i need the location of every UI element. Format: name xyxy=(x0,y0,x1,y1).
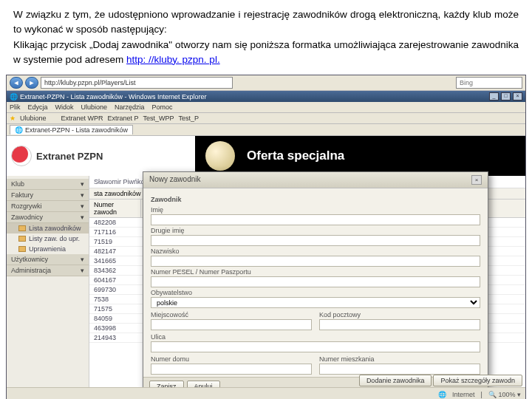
sidebar-item-lista-zawodnikow[interactable]: Lista zawodników xyxy=(7,223,89,233)
input-drugie-imie[interactable] xyxy=(151,235,480,246)
banner: Extranet PZPN Oferta specjalna xyxy=(7,136,525,176)
menu-edycja[interactable]: Edycja xyxy=(28,103,48,111)
input-miejscowosc[interactable] xyxy=(151,319,312,330)
maximize-button[interactable]: □ xyxy=(501,92,511,100)
ie-title-bar: 🌐 Extranet-PZPN - Lista zawodników - Win… xyxy=(7,91,525,102)
ie-menu-bar: Plik Edycja Widok Ulubione Narzędzia Pom… xyxy=(7,102,525,113)
label-nr-mieszkania: Numer mieszkania xyxy=(319,355,480,363)
globe-icon: 🌐 xyxy=(15,126,23,134)
label-miejscowosc: Miejscowość xyxy=(151,311,312,318)
ie-tabs-row: 🌐 Extranet-PZPN - Lista zawodników xyxy=(7,124,525,136)
sidebar: Klub▾ Faktury▾ Rozgrywki▾ Zawodnicy▾ Lis… xyxy=(7,176,89,399)
address-input[interactable] xyxy=(41,77,233,89)
tab-extranet[interactable]: 🌐 Extranet-PZPN - Lista zawodników xyxy=(10,125,133,134)
input-pesel[interactable] xyxy=(151,276,480,287)
main-panel: Sławomir Piwńkosz, GKS BOGDANKA S.A. sta… xyxy=(89,176,525,399)
sidebar-section-administracja[interactable]: Administracja▾ xyxy=(7,265,89,276)
folder-icon xyxy=(18,225,26,231)
label-kod-pocztowy: Kod pocztowy xyxy=(319,311,480,318)
section-zawodnik: Zawodnik xyxy=(151,193,480,205)
ie-favorites-bar: ★ Ulubione Extranet WPR Extranet P Test_… xyxy=(7,113,525,124)
status-internet: Internet xyxy=(452,391,475,398)
minimize-button[interactable]: _ xyxy=(489,92,499,100)
globe-icon: 🌐 xyxy=(438,391,446,398)
ball-icon xyxy=(205,141,235,171)
status-zoom[interactable]: 🔍 100% ▾ xyxy=(488,391,521,398)
input-kod-pocztowy[interactable] xyxy=(319,319,480,330)
show-details-button[interactable]: Pokaż szczegóły zawodn xyxy=(433,375,522,386)
label-nr-domu: Numer domu xyxy=(151,355,312,363)
grid-toolbar: Dodanie zawodnika Pokaż szczegóły zawodn xyxy=(359,375,522,386)
folder-icon xyxy=(18,236,26,242)
ie-window: ◄ ► 🌐 Extranet-PZPN - Lista zawodników -… xyxy=(6,75,526,399)
modal-title-bar: Nowy zawodnik × xyxy=(143,172,488,188)
sidebar-section-faktury[interactable]: Faktury▾ xyxy=(7,190,89,201)
link-kluby-pzpn[interactable]: http: //kluby. pzpn. pl. xyxy=(126,54,220,65)
label-obywatelstwo: Obywatelstwo xyxy=(151,289,480,296)
label-pesel: Numer PESEL / Numer Paszportu xyxy=(151,268,480,276)
new-player-modal: Nowy zawodnik × Zawodnik Imię Drugie imi… xyxy=(143,171,488,396)
input-ulica[interactable] xyxy=(151,341,480,352)
input-imie[interactable] xyxy=(151,214,480,225)
page-content: Extranet PZPN Oferta specjalna Klub▾ Fak… xyxy=(7,136,525,399)
search-input[interactable] xyxy=(456,77,522,89)
back-button[interactable]: ◄ xyxy=(10,77,23,89)
brand-title: Extranet PZPN xyxy=(36,151,103,162)
fav-test-p[interactable]: Test_P xyxy=(179,115,200,122)
close-window-button[interactable]: × xyxy=(513,92,522,100)
menu-ulubione[interactable]: Ulubione xyxy=(81,103,108,111)
folder-icon xyxy=(18,246,26,252)
app-icon: 🌐 xyxy=(10,93,18,100)
modal-close-button[interactable]: × xyxy=(471,175,482,185)
input-nr-domu[interactable] xyxy=(151,364,312,375)
input-nr-mieszkania[interactable] xyxy=(319,364,480,375)
forward-button[interactable]: ► xyxy=(25,77,38,89)
label-nazwisko: Nazwisko xyxy=(151,248,480,255)
favorites-label[interactable]: Ulubione xyxy=(20,115,47,122)
star-icon[interactable]: ★ xyxy=(10,115,16,122)
add-player-button[interactable]: Dodanie zawodnika xyxy=(359,375,432,386)
fav-extranet-wpr[interactable]: Extranet WPR xyxy=(61,115,103,122)
sidebar-section-zawodnicy[interactable]: Zawodnicy▾ xyxy=(7,212,89,223)
sidebar-item-listy-zaw[interactable]: Listy zaw. do upr. xyxy=(7,233,89,244)
label-imie: Imię xyxy=(151,206,480,214)
banner-offer-text: Oferta specjalna xyxy=(247,149,344,163)
sidebar-section-rozgrywki[interactable]: Rozgrywki▾ xyxy=(7,201,89,212)
sidebar-section-uzytkownicy[interactable]: Użytkownicy▾ xyxy=(7,254,89,265)
ie-address-bar-row: ◄ ► xyxy=(7,75,525,91)
label-ulica: Ulica xyxy=(151,333,480,341)
menu-narzedzia[interactable]: Narzędzia xyxy=(115,103,145,111)
sidebar-section-klub[interactable]: Klub▾ xyxy=(7,179,89,190)
fav-test-wpp[interactable]: Test_WPP xyxy=(143,115,174,122)
input-nazwisko[interactable] xyxy=(151,256,480,267)
ie-status-bar: 🌐 Internet | 🔍 100% ▾ xyxy=(7,387,525,399)
sidebar-item-uprawnienia[interactable]: Uprawnienia xyxy=(7,244,89,254)
menu-plik[interactable]: Plik xyxy=(10,103,21,111)
label-drugie-imie: Drugie imię xyxy=(151,227,480,234)
menu-widok[interactable]: Widok xyxy=(55,103,74,111)
instruction-text: W związku z tym, że udostępniono wprowad… xyxy=(0,0,532,75)
fav-extranet-p[interactable]: Extranet P xyxy=(108,115,139,122)
menu-pomoc[interactable]: Pomoc xyxy=(152,103,173,111)
pzpn-logo-icon xyxy=(11,146,32,166)
select-obywatelstwo[interactable]: polskie xyxy=(151,297,480,308)
